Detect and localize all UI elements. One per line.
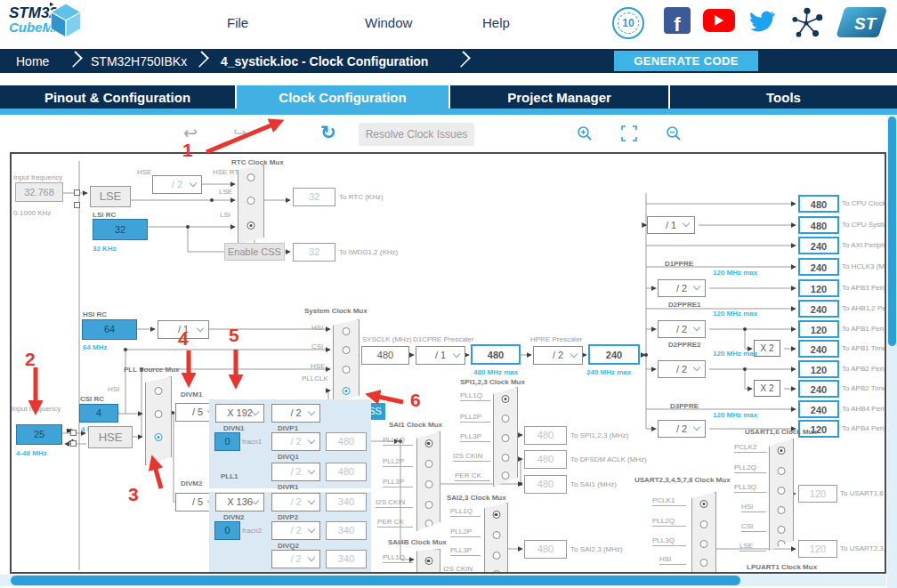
ahb12-value[interactable]: 240 xyxy=(798,300,839,318)
mux-radio[interactable] xyxy=(155,410,163,418)
mux-radio[interactable] xyxy=(492,552,500,560)
mux-radio[interactable] xyxy=(424,439,432,447)
hse-input-frequency-value[interactable]: 25 xyxy=(16,424,62,445)
facebook-icon[interactable]: f xyxy=(664,7,691,34)
menu-file[interactable]: File xyxy=(227,15,248,30)
hsi-divider[interactable]: / 1 xyxy=(158,320,209,339)
mux-radio[interactable] xyxy=(424,480,432,488)
pll1r-value[interactable]: 480 xyxy=(326,463,367,481)
mux-radio[interactable] xyxy=(155,433,163,441)
mux-radio[interactable] xyxy=(343,387,351,395)
d1cpre-prescaler[interactable]: / 1 xyxy=(416,346,465,365)
hpre-prescaler[interactable]: / 2 xyxy=(533,346,583,365)
hsi-rc-value[interactable]: 64 xyxy=(82,319,137,340)
lsi-rc-value[interactable]: 32 xyxy=(93,219,148,240)
tab-tools[interactable]: Tools xyxy=(670,85,897,109)
d1ppre-divider[interactable]: / 2 xyxy=(658,279,706,297)
mux-radio[interactable] xyxy=(502,415,510,423)
spi123-clock-mux[interactable] xyxy=(493,387,518,487)
sai23-freq-value[interactable]: 480 xyxy=(524,540,567,559)
apb2-timer-multiplier[interactable]: X 2 xyxy=(754,380,780,397)
zoom-in-icon[interactable] xyxy=(577,125,593,141)
network-icon[interactable] xyxy=(790,5,824,41)
mux-radio[interactable] xyxy=(247,173,255,181)
cpu-clock-value[interactable]: 480 xyxy=(798,195,839,213)
hclk3-value[interactable]: 240 xyxy=(798,258,839,276)
redo-icon[interactable]: ↪ xyxy=(233,123,247,143)
lse-source-box[interactable]: LSE xyxy=(90,186,131,207)
fit-to-screen-icon[interactable] xyxy=(621,125,637,141)
pll2r-value[interactable]: 340 xyxy=(326,550,367,568)
mux-radio[interactable] xyxy=(700,500,708,508)
mux-radio[interactable] xyxy=(700,540,708,548)
divn2[interactable]: X 136 xyxy=(215,493,264,511)
d3ppre-divider[interactable]: / 2 xyxy=(658,420,706,438)
mux-radio[interactable] xyxy=(778,447,786,455)
tab-project-manager[interactable]: Project Manager xyxy=(450,85,668,109)
mux-radio[interactable] xyxy=(502,395,510,403)
hpre-out-value[interactable]: 240 xyxy=(588,344,640,365)
iwdg-freq-value[interactable]: 32 xyxy=(293,243,335,262)
mux-radio[interactable] xyxy=(424,460,432,468)
mux-radio[interactable] xyxy=(778,467,786,475)
horizontal-scrollbar-thumb[interactable] xyxy=(11,576,740,585)
d2ppre1-divider[interactable]: / 2 xyxy=(658,320,706,338)
divp2[interactable]: / 2 xyxy=(271,493,320,511)
usart16-clock-mux[interactable] xyxy=(769,439,794,551)
mux-radio[interactable] xyxy=(343,327,351,335)
rtc-enable-css-button[interactable]: Enable CSS xyxy=(224,243,285,261)
youtube-icon[interactable] xyxy=(703,9,735,32)
rtc-freq-value[interactable]: 32 xyxy=(293,188,335,206)
cpu-systick-value[interactable]: 480 xyxy=(798,216,839,234)
apb2-value[interactable]: 120 xyxy=(798,360,839,378)
pll-source-mux[interactable] xyxy=(145,376,172,465)
vertical-scrollbar-thumb[interactable] xyxy=(888,117,896,346)
divn1[interactable]: X 192 xyxy=(215,404,264,423)
mux-radio[interactable] xyxy=(492,570,500,574)
fracn1-value[interactable]: 0 xyxy=(214,432,240,451)
cpu-systick-divider[interactable]: / 1 xyxy=(647,216,695,234)
csi-rc-value[interactable]: 4 xyxy=(79,404,118,423)
generate-code-button[interactable]: GENERATE CODE xyxy=(614,51,758,71)
divr1[interactable]: / 2 xyxy=(271,463,320,481)
apb1-timer-value[interactable]: 240 xyxy=(798,340,839,358)
divp1[interactable]: / 2 xyxy=(271,404,320,423)
refresh-icon[interactable]: ↻ xyxy=(320,122,336,143)
menu-help[interactable]: Help xyxy=(482,15,510,30)
dfsdm-freq-value[interactable]: 480 xyxy=(524,450,567,469)
mux-radio[interactable] xyxy=(343,346,351,354)
mux-radio[interactable] xyxy=(502,471,510,479)
mux-radio[interactable] xyxy=(492,531,500,539)
mux-radio[interactable] xyxy=(247,222,255,230)
usart234578-freq-value[interactable]: 120 xyxy=(798,540,837,558)
rtc-clock-mux[interactable] xyxy=(238,165,264,245)
apb3-value[interactable]: 120 xyxy=(798,279,839,297)
mux-radio[interactable] xyxy=(700,520,708,528)
menu-window[interactable]: Window xyxy=(365,15,412,30)
spi123-freq-value[interactable]: 480 xyxy=(524,426,567,445)
mux-radio[interactable] xyxy=(778,506,786,514)
hse-source-box[interactable]: HSE xyxy=(88,426,133,448)
sai4b-clock-mux[interactable] xyxy=(416,549,440,574)
apb2-timer-value[interactable]: 240 xyxy=(798,380,839,398)
resolve-clock-issues-button[interactable]: Resolve Clock Issues xyxy=(359,123,474,146)
fracn2-value[interactable]: 0 xyxy=(214,521,240,540)
ahb4-value[interactable]: 240 xyxy=(798,400,839,418)
sai1-freq-value[interactable]: 480 xyxy=(524,475,567,494)
apb1-timer-multiplier[interactable]: X 2 xyxy=(754,340,780,357)
pll2q-value[interactable]: 340 xyxy=(326,521,367,540)
undo-icon[interactable]: ↩ xyxy=(183,123,198,143)
usart234578-clock-mux[interactable] xyxy=(691,492,716,574)
zoom-out-icon[interactable] xyxy=(666,125,682,141)
d1cpre-out-value[interactable]: 480 xyxy=(471,344,521,365)
rtc-hse-divider[interactable]: / 2 xyxy=(152,175,202,194)
divq1[interactable]: / 2 xyxy=(271,432,320,451)
sysclk-value[interactable]: 480 xyxy=(361,346,409,365)
apb1-value[interactable]: 120 xyxy=(798,320,839,338)
tab-pinout-configuration[interactable]: Pinout & Configuration xyxy=(0,85,235,109)
mux-radio[interactable] xyxy=(778,487,786,495)
twitter-icon[interactable] xyxy=(748,9,776,34)
breadcrumb-home[interactable]: Home xyxy=(16,54,49,68)
mux-radio[interactable] xyxy=(155,387,163,395)
mux-radio[interactable] xyxy=(502,434,510,442)
